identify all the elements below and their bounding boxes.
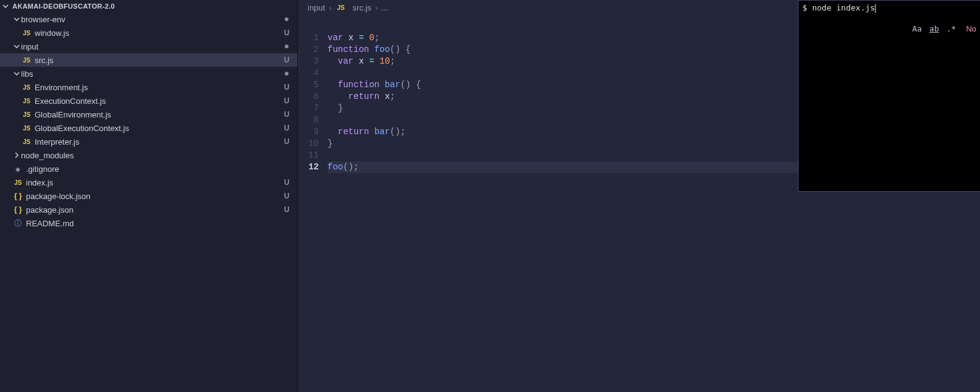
line-number: 12 bbox=[298, 161, 319, 173]
item-label: src.js bbox=[35, 56, 282, 65]
file-tree: browser-env●JSwindow.jsUinput●JSsrc.jsUl… bbox=[0, 12, 297, 230]
no-results-label: No bbox=[966, 24, 976, 33]
git-status: ● bbox=[282, 42, 291, 51]
line-gutter: 123456789101112 bbox=[298, 32, 327, 173]
file-item[interactable]: JSGlobalEnvironment.jsU bbox=[0, 108, 297, 121]
chevron-down-icon bbox=[1, 2, 10, 11]
explorer-root-label: AKAMAI-DEOBFUSCATOR-2.0 bbox=[12, 2, 115, 10]
item-label: libs bbox=[21, 69, 282, 79]
chevron-down-icon bbox=[12, 15, 21, 23]
file-item[interactable]: JSindex.jsU bbox=[0, 176, 297, 189]
git-status: U bbox=[282, 178, 291, 187]
item-label: GlobalEnvironment.js bbox=[35, 110, 282, 119]
js-icon: JS bbox=[21, 111, 32, 118]
line-number: 5 bbox=[298, 79, 319, 91]
json-icon: { } bbox=[12, 192, 24, 200]
folder-item[interactable]: input● bbox=[0, 40, 297, 53]
js-icon: JS bbox=[336, 4, 347, 11]
terminal-prompt: $ bbox=[802, 3, 812, 12]
chevron-right-icon: › bbox=[375, 3, 378, 12]
item-label: .gitignore bbox=[26, 164, 282, 174]
match-case-toggle[interactable]: Aa bbox=[911, 23, 923, 34]
js-icon: JS bbox=[21, 57, 32, 64]
item-label: README.md bbox=[26, 219, 282, 228]
line-number: 9 bbox=[298, 126, 319, 138]
file-item[interactable]: { }package.jsonU bbox=[0, 203, 297, 216]
line-number: 10 bbox=[298, 138, 319, 150]
file-item[interactable]: JSInterpreter.jsU bbox=[0, 135, 297, 148]
item-label: package-lock.json bbox=[26, 192, 282, 201]
match-word-toggle[interactable]: ab bbox=[928, 23, 940, 34]
terminal-command: node index.js bbox=[812, 3, 875, 12]
js-icon: JS bbox=[21, 98, 32, 104]
git-status: U bbox=[282, 192, 291, 200]
file-item[interactable]: JSGlobalExecutionContext.jsU bbox=[0, 121, 297, 135]
regex-toggle[interactable]: .* bbox=[945, 23, 958, 34]
item-label: Interpreter.js bbox=[35, 137, 282, 147]
folder-item[interactable]: browser-env● bbox=[0, 12, 297, 26]
explorer-root-header[interactable]: AKAMAI-DEOBFUSCATOR-2.0 bbox=[0, 0, 297, 12]
js-icon: JS bbox=[21, 30, 32, 36]
file-item[interactable]: ⓘREADME.md bbox=[0, 216, 297, 230]
item-label: Environment.js bbox=[35, 83, 282, 92]
terminal-panel: $ node index.js Aa ab .* No bbox=[798, 0, 980, 192]
js-icon: JS bbox=[12, 179, 24, 186]
file-item[interactable]: JSExecutionContext.jsU bbox=[0, 94, 297, 108]
file-item[interactable]: JSEnvironment.jsU bbox=[0, 80, 297, 94]
breadcrumb-file[interactable]: src.js bbox=[353, 3, 371, 12]
git-status: U bbox=[282, 137, 291, 146]
git-status: ● bbox=[282, 69, 291, 78]
chevron-right-icon bbox=[12, 151, 21, 160]
git-status: U bbox=[282, 124, 291, 132]
info-icon: ⓘ bbox=[12, 218, 24, 229]
git-status: U bbox=[282, 56, 291, 64]
git-status: U bbox=[282, 83, 291, 92]
item-label: window.js bbox=[35, 28, 282, 38]
git-status: U bbox=[282, 110, 291, 119]
git-status: U bbox=[282, 28, 291, 37]
item-label: GlobalExecutionContext.js bbox=[35, 124, 282, 133]
diamond-icon: ◆ bbox=[12, 166, 24, 173]
breadcrumb-folder[interactable]: input bbox=[308, 3, 325, 12]
file-explorer: AKAMAI-DEOBFUSCATOR-2.0 browser-env●JSwi… bbox=[0, 0, 298, 392]
js-icon: JS bbox=[21, 138, 32, 145]
chevron-down-icon bbox=[12, 69, 21, 78]
js-icon: JS bbox=[21, 125, 32, 132]
file-item[interactable]: ◆.gitignore bbox=[0, 162, 297, 176]
git-status: U bbox=[282, 96, 291, 105]
line-number: 3 bbox=[298, 56, 319, 67]
item-label: browser-env bbox=[21, 15, 282, 24]
line-number: 2 bbox=[298, 44, 319, 56]
git-status: U bbox=[282, 205, 291, 214]
item-label: node_modules bbox=[21, 151, 282, 160]
line-number: 1 bbox=[298, 32, 319, 44]
item-label: index.js bbox=[26, 178, 282, 187]
item-label: input bbox=[21, 42, 282, 51]
chevron-right-icon: › bbox=[329, 3, 331, 12]
folder-item[interactable]: libs● bbox=[0, 67, 297, 80]
breadcrumb-more[interactable]: ... bbox=[381, 3, 388, 12]
editor-area: input › JS src.js › ... 123456789101112 … bbox=[298, 0, 980, 392]
chevron-down-icon bbox=[12, 42, 21, 51]
line-number: 7 bbox=[298, 103, 319, 114]
json-icon: { } bbox=[12, 205, 24, 214]
item-label: ExecutionContext.js bbox=[35, 96, 282, 106]
js-icon: JS bbox=[21, 84, 32, 91]
folder-item[interactable]: node_modules bbox=[0, 148, 297, 162]
line-number: 4 bbox=[298, 67, 319, 79]
file-item[interactable]: { }package-lock.jsonU bbox=[0, 189, 297, 203]
line-number: 6 bbox=[298, 91, 319, 103]
item-label: package.json bbox=[26, 205, 282, 215]
file-item[interactable]: JSwindow.jsU bbox=[0, 26, 297, 40]
search-options: Aa ab .* No bbox=[911, 23, 976, 34]
line-number: 11 bbox=[298, 150, 319, 161]
git-status: ● bbox=[282, 15, 291, 23]
terminal-cursor bbox=[875, 4, 876, 13]
file-item[interactable]: JSsrc.jsU bbox=[0, 53, 297, 67]
line-number: 8 bbox=[298, 114, 319, 126]
